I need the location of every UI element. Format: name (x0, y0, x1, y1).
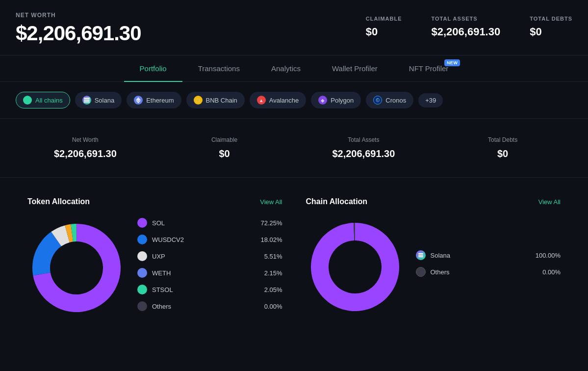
token-legend-pct: 72.25% (256, 219, 282, 227)
chain-legend-item-others: Others 0.00% (416, 267, 561, 277)
stats-card-net-worth: Net Worth $2,206,691.30 (16, 129, 155, 167)
chain-btn-cronos[interactable]: ©Cronos (366, 92, 413, 108)
stats-card-value: $0 (441, 148, 564, 159)
token-legend-name: Others (152, 303, 251, 310)
chain-allocation-title: Chain Allocation (306, 197, 368, 206)
chain-allocation-view-all[interactable]: View All (538, 198, 561, 206)
token-legend-item-weth: WETH 2.15% (137, 268, 282, 278)
svg-rect-0 (84, 98, 90, 99)
chain-filter: ✦All chainsSolanaEthereum⬡BNB Chain▲Aval… (0, 82, 588, 118)
token-legend-name: STSOL (152, 286, 251, 293)
chain-legend-dot (416, 250, 426, 260)
token-allocation-content: SOL 72.25% WUSDCV2 18.02% UXP 5.51% WETH… (27, 218, 282, 318)
token-legend-name: WUSDCV2 (152, 236, 251, 243)
token-legend-pct: 2.15% (256, 269, 282, 277)
chain-legend-name: Others (431, 268, 529, 276)
chain-donut-chart (306, 218, 404, 316)
token-legend-dot (137, 268, 147, 278)
cronos-icon: © (373, 96, 382, 105)
chain-legend-dot (416, 267, 426, 277)
chain-btn-ethereum[interactable]: Ethereum (127, 92, 181, 108)
token-legend-item-others: Others 0.00% (137, 301, 282, 311)
chain-more-button[interactable]: +39 (418, 93, 443, 107)
svg-rect-5 (418, 253, 423, 254)
stat-label: TOTAL ASSETS (432, 16, 501, 22)
chain-btn-solana[interactable]: Solana (75, 92, 122, 108)
chain-label: Solana (95, 97, 114, 104)
tab-wallet-profiler[interactable]: Wallet Profiler (316, 55, 393, 81)
stats-card-value: $2,206,691.30 (302, 148, 426, 159)
stat-value: $0 (366, 26, 402, 38)
stats-card-label: Net Worth (24, 136, 147, 143)
token-allocation-card: Token Allocation View All SOL 72.25% WUS… (16, 187, 294, 328)
stats-row: Net Worth $2,206,691.30Claimable $0Total… (0, 119, 588, 177)
stat-value: $0 (530, 26, 572, 38)
token-legend-dot (137, 285, 147, 294)
avalanche-icon: ▲ (257, 96, 266, 105)
stats-card-total-debts: Total Debts $0 (433, 129, 572, 167)
token-legend-pct: 5.51% (256, 253, 282, 260)
new-badge: NEW (444, 59, 460, 66)
svg-rect-2 (84, 102, 90, 103)
chain-label: BNB Chain (206, 97, 237, 104)
chain-btn-bnb[interactable]: ⬡BNB Chain (186, 92, 245, 108)
token-legend-name: SOL (152, 219, 251, 227)
stats-card-claimable: Claimable $0 (155, 129, 294, 167)
chain-legend-pct: 100.00% (534, 252, 561, 259)
token-legend-dot (137, 301, 147, 311)
stats-card-value: $0 (163, 148, 286, 159)
chain-allocation-header: Chain Allocation View All (306, 197, 561, 206)
svg-rect-7 (418, 256, 423, 257)
token-legend-dot (137, 251, 147, 261)
chain-label: All chains (35, 97, 63, 104)
header-stats: CLAIMABLE $0TOTAL ASSETS $2,206,691.30TO… (366, 16, 572, 38)
chain-label: Cronos (385, 97, 406, 104)
chain-allocation-content: Solana 100.00% Others 0.00% (306, 218, 561, 316)
token-legend-item-wusdcv2: WUSDCV2 18.02% (137, 235, 282, 244)
token-legend-dot (137, 218, 147, 228)
svg-rect-1 (84, 100, 90, 101)
token-allocation-header: Token Allocation View All (27, 197, 282, 206)
tab-nft-profiler[interactable]: NFT ProfilerNEW (393, 55, 464, 81)
tab-transactions[interactable]: Transactions (182, 55, 256, 81)
chain-legend: Solana 100.00% Others 0.00% (416, 250, 561, 284)
stat-label: CLAIMABLE (366, 16, 402, 22)
chain-btn-avalanche[interactable]: ▲Avalanche (250, 92, 306, 108)
stats-card-value: $2,206,691.30 (24, 148, 147, 159)
svg-rect-6 (418, 255, 423, 256)
token-legend-name: WETH (152, 269, 251, 277)
stats-card-total-assets: Total Assets $2,206,691.30 (294, 129, 434, 167)
token-legend-pct: 0.00% (256, 303, 282, 310)
polygon-icon: ◆ (318, 96, 327, 105)
solana-icon (82, 96, 91, 105)
net-worth-section: NET WORTH $2,206,691.30 (16, 12, 141, 45)
chain-legend-name: Solana (431, 252, 529, 259)
token-legend-pct: 2.05% (256, 286, 282, 293)
stat-item-total-assets: TOTAL ASSETS $2,206,691.30 (432, 16, 501, 38)
stats-card-label: Claimable (163, 136, 286, 143)
stats-card-label: Total Debts (441, 136, 564, 143)
chain-label: Polygon (331, 97, 354, 104)
stat-label: TOTAL DEBTS (530, 16, 572, 22)
chain-label: Avalanche (269, 97, 299, 104)
header: NET WORTH $2,206,691.30 CLAIMABLE $0TOTA… (0, 0, 588, 55)
chain-allocation-card: Chain Allocation View All Solana 100.00%… (294, 187, 573, 328)
bnb-icon: ⬡ (194, 96, 203, 105)
chain-btn-polygon[interactable]: ◆Polygon (311, 92, 361, 108)
token-allocation-view-all[interactable]: View All (260, 198, 282, 206)
token-legend-item-uxp: UXP 5.51% (137, 251, 282, 261)
net-worth-value: $2,206,691.30 (16, 22, 141, 45)
token-legend: SOL 72.25% WUSDCV2 18.02% UXP 5.51% WETH… (137, 218, 282, 318)
tab-portfolio[interactable]: Portfolio (124, 55, 182, 81)
allocation-section: Token Allocation View All SOL 72.25% WUS… (0, 178, 588, 338)
all-chains-icon: ✦ (23, 96, 32, 105)
chain-btn-all[interactable]: ✦All chains (16, 92, 70, 108)
stat-item-total-debts: TOTAL DEBTS $0 (530, 16, 572, 38)
token-legend-dot (137, 235, 147, 244)
token-donut-chart (27, 219, 126, 317)
tab-analytics[interactable]: Analytics (256, 55, 316, 81)
svg-marker-3 (136, 97, 141, 101)
token-allocation-title: Token Allocation (27, 197, 90, 206)
token-legend-pct: 18.02% (256, 236, 282, 243)
token-legend-item-sol: SOL 72.25% (137, 218, 282, 228)
